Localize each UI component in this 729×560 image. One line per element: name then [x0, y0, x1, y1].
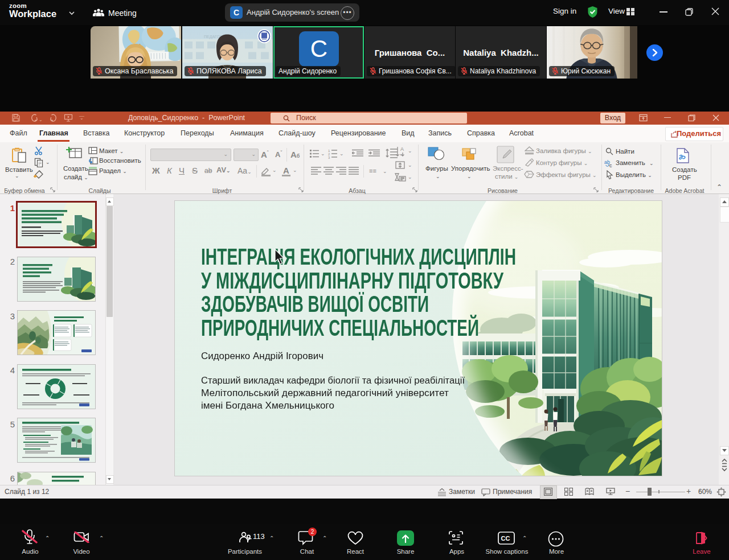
svg-text:У МІЖДИСЦИПЛІНАРНУ ПІДГОТОВКУ: У МІЖДИСЦИПЛІНАРНУ ПІДГОТОВКУ [201, 267, 504, 294]
svg-text:Старший викладач кафедри біоло: Старший викладач кафедри біології та фіз… [201, 375, 465, 386]
svg-text:Мелітопольський державний педа: Мелітопольський державний педагогічний у… [201, 388, 449, 398]
svg-text:ПРИРОДНИЧИХ СПЕЦІАЛЬНОСТЕЙ: ПРИРОДНИЧИХ СПЕЦІАЛЬНОСТЕЙ [201, 315, 479, 341]
svg-text:ЗДОБУВАЧІВ ВИЩОЇ ОСВІТИ: ЗДОБУВАЧІВ ВИЩОЇ ОСВІТИ [201, 291, 429, 317]
svg-text:3: 3 [328, 156, 330, 159]
svg-text:імені Богдана Хмельницького: імені Богдана Хмельницького [201, 400, 334, 411]
svg-text:ІНТЕГРАЦІЯ ЕКОЛОГІЧНИХ ДИСЦИПЛ: ІНТЕГРАЦІЯ ЕКОЛОГІЧНИХ ДИСЦИПЛІН [201, 244, 516, 270]
svg-text:A: A [400, 146, 404, 152]
svg-text:c: c [609, 163, 612, 168]
svg-text:Сидоренко Андрій Ігорович: Сидоренко Андрій Ігорович [201, 351, 323, 361]
svg-text:CC: CC [501, 535, 510, 542]
